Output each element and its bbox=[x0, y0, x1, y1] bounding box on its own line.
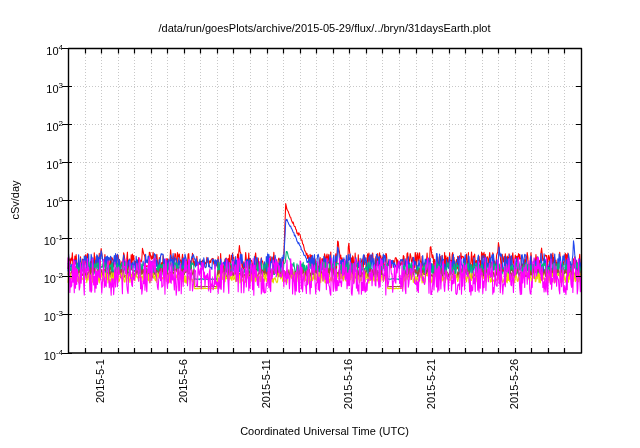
x-tick-label: 2015-5-16 bbox=[342, 359, 355, 421]
y-tick-label: 104 bbox=[14, 40, 63, 59]
x-axis-label: Coordinated Universal Time (UTC) bbox=[68, 425, 581, 437]
x-tick-label: 2015-5-6 bbox=[177, 359, 190, 421]
plot-title: /data/run/goesPlots/archive/2015-05-29/f… bbox=[68, 22, 581, 34]
y-tick-label: 10-2 bbox=[14, 268, 63, 287]
x-tick-label: 2015-5-11 bbox=[260, 359, 273, 421]
plot-window: /data/run/goesPlots/archive/2015-05-29/f… bbox=[0, 0, 640, 448]
x-tick-label: 2015-5-26 bbox=[508, 359, 521, 421]
y-tick-label: 10-1 bbox=[14, 230, 63, 249]
x-tick-label: 2015-5-21 bbox=[425, 359, 438, 421]
y-tick-label: 100 bbox=[14, 192, 63, 211]
y-tick-label: 102 bbox=[14, 116, 63, 135]
x-tick-label: 2015-5-1 bbox=[94, 359, 107, 421]
y-tick-label: 101 bbox=[14, 154, 63, 173]
y-tick-label: 10-3 bbox=[14, 306, 63, 325]
y-tick-label: 103 bbox=[14, 78, 63, 97]
y-tick-label: 10-4 bbox=[14, 345, 63, 364]
